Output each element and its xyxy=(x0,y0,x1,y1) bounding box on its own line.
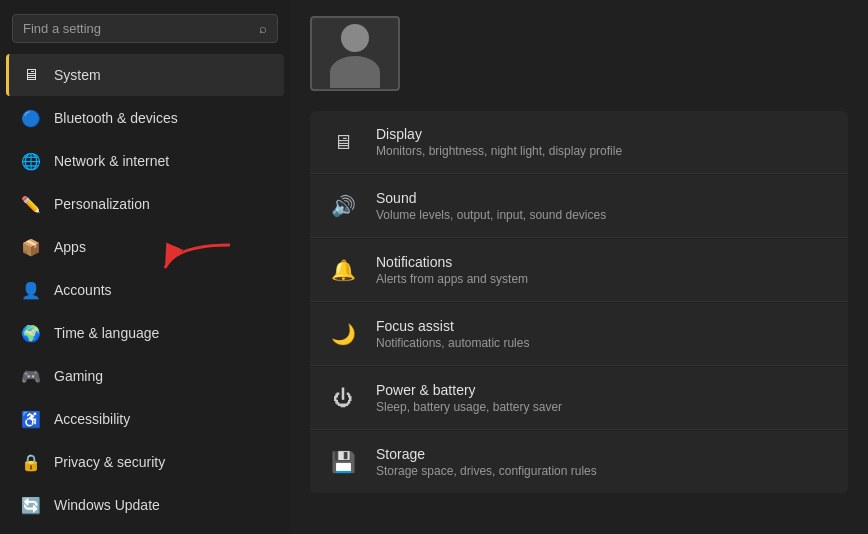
sidebar-item-personalization[interactable]: ✏️Personalization xyxy=(6,183,284,225)
sidebar-item-apps[interactable]: 📦Apps xyxy=(6,226,284,268)
sidebar-item-time[interactable]: 🌍Time & language xyxy=(6,312,284,354)
sidebar-item-label-accessibility: Accessibility xyxy=(54,411,130,427)
sound-title: Sound xyxy=(376,190,606,206)
main-content: 🖥DisplayMonitors, brightness, night ligh… xyxy=(290,0,868,534)
focus-desc: Notifications, automatic rules xyxy=(376,336,529,350)
settings-item-sound[interactable]: 🔊SoundVolume levels, output, input, soun… xyxy=(310,175,848,238)
settings-list: 🖥DisplayMonitors, brightness, night ligh… xyxy=(310,111,848,493)
sidebar-item-label-bluetooth: Bluetooth & devices xyxy=(54,110,178,126)
sidebar-item-label-time: Time & language xyxy=(54,325,159,341)
sidebar-item-bluetooth[interactable]: 🔵Bluetooth & devices xyxy=(6,97,284,139)
privacy-icon: 🔒 xyxy=(20,451,42,473)
display-desc: Monitors, brightness, night light, displ… xyxy=(376,144,622,158)
storage-title: Storage xyxy=(376,446,597,462)
sidebar-item-system[interactable]: 🖥System xyxy=(6,54,284,96)
avatar-head xyxy=(341,24,369,52)
time-icon: 🌍 xyxy=(20,322,42,344)
sound-desc: Volume levels, output, input, sound devi… xyxy=(376,208,606,222)
storage-icon: 💾 xyxy=(326,445,360,479)
search-icon: ⌕ xyxy=(259,21,267,36)
system-icon: 🖥 xyxy=(20,64,42,86)
accounts-icon: 👤 xyxy=(20,279,42,301)
notifications-title: Notifications xyxy=(376,254,528,270)
sidebar-item-label-privacy: Privacy & security xyxy=(54,454,165,470)
apps-icon: 📦 xyxy=(20,236,42,258)
profile-header xyxy=(310,16,848,91)
network-icon: 🌐 xyxy=(20,150,42,172)
settings-item-notifications[interactable]: 🔔NotificationsAlerts from apps and syste… xyxy=(310,239,848,302)
sidebar-item-label-personalization: Personalization xyxy=(54,196,150,212)
sidebar-item-accessibility[interactable]: ♿Accessibility xyxy=(6,398,284,440)
storage-desc: Storage space, drives, configuration rul… xyxy=(376,464,597,478)
avatar-body xyxy=(330,56,380,88)
sidebar-item-label-system: System xyxy=(54,67,101,83)
power-desc: Sleep, battery usage, battery saver xyxy=(376,400,562,414)
power-title: Power & battery xyxy=(376,382,562,398)
settings-item-power[interactable]: ⏻Power & batterySleep, battery usage, ba… xyxy=(310,367,848,430)
sidebar-item-label-apps: Apps xyxy=(54,239,86,255)
power-icon: ⏻ xyxy=(326,381,360,415)
sidebar-item-accounts[interactable]: 👤Accounts xyxy=(6,269,284,311)
sidebar-item-gaming[interactable]: 🎮Gaming xyxy=(6,355,284,397)
accessibility-icon: ♿ xyxy=(20,408,42,430)
sidebar-item-update[interactable]: 🔄Windows Update xyxy=(6,484,284,526)
avatar xyxy=(310,16,400,91)
focus-title: Focus assist xyxy=(376,318,529,334)
sidebar-item-network[interactable]: 🌐Network & internet xyxy=(6,140,284,182)
avatar-figure xyxy=(325,24,385,84)
update-icon: 🔄 xyxy=(20,494,42,516)
sidebar-item-privacy[interactable]: 🔒Privacy & security xyxy=(6,441,284,483)
sound-icon: 🔊 xyxy=(326,189,360,223)
settings-item-display[interactable]: 🖥DisplayMonitors, brightness, night ligh… xyxy=(310,111,848,174)
notifications-desc: Alerts from apps and system xyxy=(376,272,528,286)
sidebar-item-label-update: Windows Update xyxy=(54,497,160,513)
nav-list: 🖥System🔵Bluetooth & devices🌐Network & in… xyxy=(0,53,290,527)
sidebar-item-label-accounts: Accounts xyxy=(54,282,112,298)
display-icon: 🖥 xyxy=(326,125,360,159)
search-input[interactable] xyxy=(23,21,259,36)
personalization-icon: ✏️ xyxy=(20,193,42,215)
settings-item-focus[interactable]: 🌙Focus assistNotifications, automatic ru… xyxy=(310,303,848,366)
bluetooth-icon: 🔵 xyxy=(20,107,42,129)
display-title: Display xyxy=(376,126,622,142)
settings-item-storage[interactable]: 💾StorageStorage space, drives, configura… xyxy=(310,431,848,493)
notifications-icon: 🔔 xyxy=(326,253,360,287)
search-bar[interactable]: ⌕ xyxy=(12,14,278,43)
focus-icon: 🌙 xyxy=(326,317,360,351)
sidebar-item-label-gaming: Gaming xyxy=(54,368,103,384)
gaming-icon: 🎮 xyxy=(20,365,42,387)
sidebar-item-label-network: Network & internet xyxy=(54,153,169,169)
sidebar: ⌕ 🖥System🔵Bluetooth & devices🌐Network & … xyxy=(0,0,290,534)
